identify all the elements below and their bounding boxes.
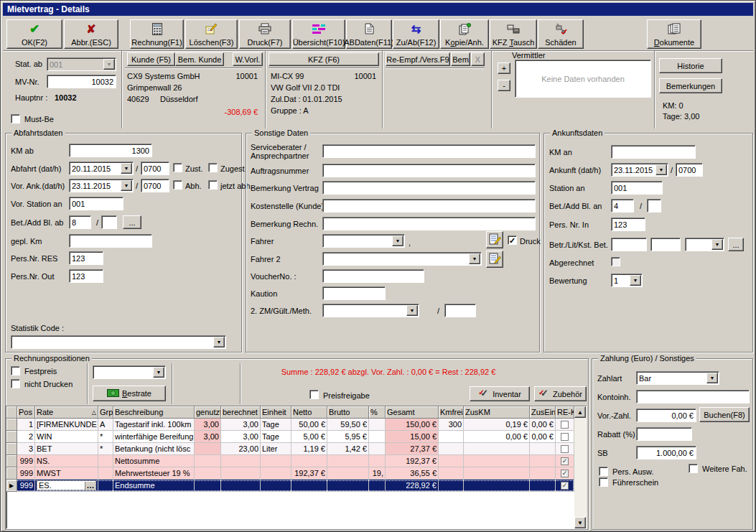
druck-button[interactable]: Druck(F7): [239, 19, 291, 49]
rek-checkbox[interactable]: ✓: [561, 457, 569, 465]
rabatt-input[interactable]: [636, 427, 692, 441]
km-an-input[interactable]: [611, 145, 696, 159]
zubehoer-button[interactable]: ✓✓ Zubehör: [534, 386, 587, 401]
loeschen-button[interactable]: Löschen(F3): [185, 19, 238, 49]
rek-checkbox[interactable]: [561, 433, 569, 441]
rate-edit-cell[interactable]: ES.…: [37, 480, 96, 490]
bemerkung-rechn-input[interactable]: [322, 217, 536, 230]
inventar-button[interactable]: ✓✓ Inventar: [470, 386, 530, 401]
bet-add-ab-input[interactable]: [69, 215, 91, 229]
voucher-input[interactable]: [322, 269, 424, 283]
zust-checkbox[interactable]: [173, 163, 182, 172]
bemerkungen-button[interactable]: Bemerkungen: [659, 78, 722, 93]
wvorl-button[interactable]: W.Vorl.: [233, 52, 263, 66]
column-header[interactable]: berechnet: [221, 406, 261, 419]
kopie-button[interactable]: Kopie/Anh.: [440, 19, 489, 49]
bewertung-combo[interactable]: 1▼: [611, 274, 643, 287]
sb-input[interactable]: [636, 446, 696, 459]
chevron-down-icon[interactable]: ▼: [121, 163, 132, 174]
betr-lit-input2[interactable]: [650, 238, 681, 251]
kostenstelle-input[interactable]: [322, 199, 536, 213]
kaution-input[interactable]: [322, 286, 386, 300]
rek-checkbox[interactable]: [561, 445, 569, 453]
chevron-down-icon[interactable]: ▼: [630, 275, 641, 286]
mv-nr-input[interactable]: [47, 75, 116, 88]
window-titlebar[interactable]: Mietvertrag - Details: [3, 3, 753, 16]
scroll-up-icon[interactable]: ▲: [574, 406, 586, 418]
column-header[interactable]: Gesamt: [386, 406, 439, 419]
rate-lookup-button[interactable]: …: [85, 482, 95, 490]
fuehrerschein-checkbox[interactable]: [599, 477, 608, 487]
rek-checkbox[interactable]: ✓: [561, 482, 569, 490]
betr-lit-more-button[interactable]: ...: [728, 238, 744, 251]
vermittler-add-button[interactable]: +: [498, 62, 510, 74]
chevron-down-icon[interactable]: ▼: [103, 59, 115, 70]
zugest-checkbox[interactable]: [208, 163, 218, 172]
jetzt-abh-checkbox[interactable]: [208, 180, 218, 190]
ankunft-date-combo[interactable]: 23.11.2015▼: [611, 163, 668, 177]
rek-checkbox[interactable]: [561, 421, 569, 429]
chevron-down-icon[interactable]: ▼: [392, 235, 403, 246]
column-header[interactable]: Netto: [291, 406, 327, 419]
column-header[interactable]: Brutto: [327, 406, 369, 419]
chevron-down-icon[interactable]: ▼: [469, 253, 480, 264]
must-be-checkbox[interactable]: [11, 114, 20, 123]
column-header[interactable]: ZusKM: [464, 406, 530, 419]
column-header[interactable]: Rate△: [35, 406, 98, 419]
column-header[interactable]: Pos: [17, 406, 35, 419]
column-header[interactable]: RE-K: [556, 406, 574, 419]
bemerkung-vertrag-input[interactable]: [322, 181, 536, 195]
rek-checkbox[interactable]: ✓: [561, 470, 569, 477]
betr-lit-combo[interactable]: ▼: [685, 238, 724, 251]
bet-add-an-input[interactable]: [611, 199, 634, 213]
vor-zahl-input[interactable]: [636, 409, 696, 422]
bestrate-button[interactable]: Bestrate: [93, 386, 166, 401]
fahrer2-edit-button[interactable]: [486, 251, 503, 268]
bet-add-ab-input2[interactable]: [101, 215, 117, 229]
column-header[interactable]: %: [369, 406, 386, 419]
zuab-button[interactable]: ⇆ Zu/Ab(F12): [393, 19, 439, 49]
kunde-button[interactable]: Kunde (F5): [127, 52, 175, 66]
gepl-km-input[interactable]: [69, 234, 152, 248]
abh-checkbox[interactable]: [173, 180, 182, 190]
chevron-down-icon[interactable]: ▼: [655, 164, 667, 175]
table-row[interactable]: 2WIN*winterfähige Bereifung3,003,00Tage5…: [6, 431, 574, 443]
chevron-down-icon[interactable]: ▼: [121, 180, 132, 191]
close-icon[interactable]: X: [471, 52, 485, 66]
row-selector[interactable]: [6, 467, 17, 480]
buchen-button[interactable]: Buchen(F8): [699, 407, 750, 422]
row-selector[interactable]: ▶: [6, 480, 17, 492]
festpreis-checkbox[interactable]: [11, 366, 20, 375]
uebersicht-button[interactable]: Übersicht(F10): [292, 19, 345, 49]
fahrer-combo[interactable]: ▼: [322, 234, 405, 248]
chevron-down-icon[interactable]: ▼: [406, 305, 418, 316]
chevron-down-icon[interactable]: ▼: [213, 337, 225, 347]
bem-kunde-button[interactable]: Bem. Kunde: [175, 52, 224, 66]
kfz-button[interactable]: KFZ (F6): [269, 52, 379, 66]
statistik-combo[interactable]: ▼: [11, 335, 226, 349]
kontoinh-input[interactable]: [636, 390, 750, 403]
row-selector[interactable]: [6, 431, 17, 443]
table-row[interactable]: 3BET*Betankung (nicht lösc23,00Liter1,19…: [6, 443, 574, 455]
druck-checkbox[interactable]: ✓: [508, 235, 517, 245]
rate-combo[interactable]: ▼: [93, 365, 166, 379]
table-row[interactable]: ▶999ES.…Endsumme228,92 €✓: [6, 480, 574, 492]
km-ab-input[interactable]: [69, 144, 152, 157]
schaeden-button[interactable]: Schäden: [538, 19, 584, 49]
betr-lit-input1[interactable]: [611, 238, 647, 251]
zm-input2[interactable]: [444, 304, 476, 317]
table-row[interactable]: 999NS.Nettosumme192,37 €✓: [6, 455, 574, 467]
column-header[interactable]: Einheit: [261, 406, 291, 419]
column-header[interactable]: Beschreibung: [113, 406, 195, 419]
bet-add-more-button[interactable]: ...: [123, 215, 141, 229]
ok-button[interactable]: ✔ OK(F2): [6, 19, 62, 49]
row-selector[interactable]: [6, 443, 17, 455]
row-selector[interactable]: [6, 419, 17, 431]
vor-ank-date-combo[interactable]: 23.11.2015▼: [69, 179, 134, 192]
vor-station-input[interactable]: [69, 197, 123, 210]
pers-in-input[interactable]: [611, 218, 645, 231]
chevron-down-icon[interactable]: ▼: [711, 239, 723, 250]
ankunft-time-input[interactable]: [676, 163, 703, 177]
auftragsnummer-input[interactable]: [322, 164, 536, 177]
weitere-fah-checkbox[interactable]: [689, 464, 698, 473]
